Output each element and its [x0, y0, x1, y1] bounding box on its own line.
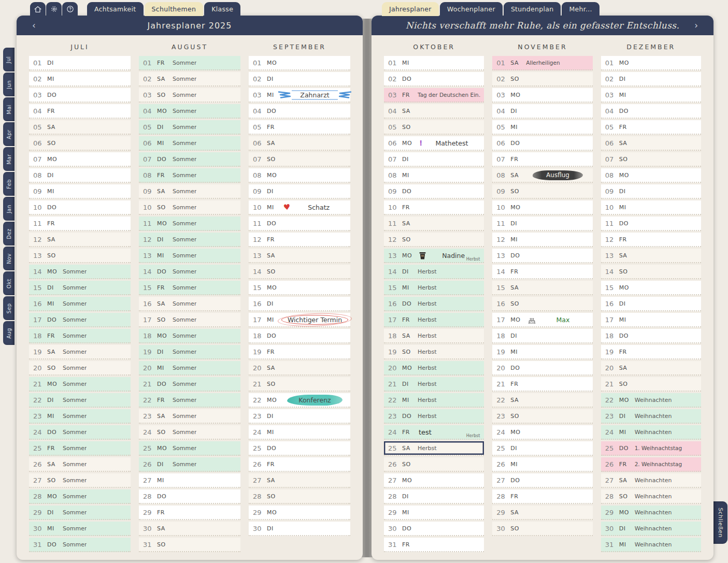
day-row[interactable]: 25DI: [492, 441, 592, 456]
day-row[interactable]: 26FR2. Weihnachtstag: [601, 457, 701, 472]
day-row[interactable]: 05FR: [601, 120, 701, 135]
day-row[interactable]: 05SA: [29, 120, 131, 135]
day-row[interactable]: 06MISommer: [139, 136, 240, 151]
day-row[interactable]: 22MIHerbst: [384, 393, 484, 408]
tab-schulthemen[interactable]: Schulthemen: [145, 2, 204, 16]
day-row[interactable]: 08FRSommer: [139, 168, 240, 183]
day-row[interactable]: 11DO: [249, 216, 350, 231]
day-row[interactable]: 27SOSommer: [29, 473, 131, 488]
day-row[interactable]: 15MIHerbst: [384, 281, 484, 295]
day-row[interactable]: 13MISommer: [139, 249, 240, 263]
day-row[interactable]: 24MIWeihnachten: [601, 425, 701, 440]
day-row[interactable]: 29DISommer: [29, 506, 131, 520]
tab-mehr[interactable]: Mehr...: [562, 2, 599, 16]
home-tab[interactable]: [30, 2, 46, 16]
next-chevron[interactable]: ›: [692, 16, 700, 35]
side-tab-aug[interactable]: Aug: [3, 321, 15, 345]
day-row[interactable]: 03MIZahnarzt: [249, 88, 350, 103]
side-tab-apr[interactable]: Apr: [3, 122, 15, 146]
day-row[interactable]: 20SA: [249, 361, 350, 376]
day-row[interactable]: 12MI: [492, 233, 592, 247]
day-row[interactable]: 12FR: [249, 233, 350, 247]
day-row[interactable]: 23DIWeihnachten: [601, 409, 701, 424]
day-row[interactable]: 13SO: [29, 249, 131, 263]
day-row[interactable]: 22SA: [492, 393, 592, 408]
day-row[interactable]: 14FR: [492, 265, 592, 279]
day-row[interactable]: 08SAAusflug: [492, 168, 592, 183]
day-row[interactable]: 12SO: [384, 233, 484, 247]
side-tab-jul[interactable]: Jul: [3, 48, 15, 71]
day-row[interactable]: 01FRSommer: [139, 56, 240, 70]
day-row[interactable]: 26FR: [249, 457, 350, 472]
day-row[interactable]: 15MO: [249, 281, 350, 295]
day-row[interactable]: 01DI: [29, 56, 131, 70]
day-row[interactable]: 29MI: [384, 506, 484, 520]
day-row[interactable]: 12DISommer: [139, 233, 240, 247]
day-row[interactable]: 24FRtestHerbst: [384, 425, 484, 440]
day-row[interactable]: 26SO: [384, 457, 484, 472]
day-row[interactable]: 16DI: [601, 297, 701, 311]
day-row[interactable]: 09DI: [249, 184, 350, 199]
day-row[interactable]: 14SO: [249, 265, 350, 279]
day-row[interactable]: 03DO: [29, 88, 131, 103]
day-row[interactable]: 18MOSommer: [139, 329, 240, 343]
day-row[interactable]: 10SOSommer: [139, 200, 240, 215]
side-tab-sep[interactable]: Sep: [3, 296, 15, 320]
day-row[interactable]: 02DO: [384, 72, 484, 86]
day-row[interactable]: 09DI: [601, 184, 701, 199]
day-row[interactable]: 23SASommer: [139, 409, 240, 424]
day-row[interactable]: 04SA: [384, 104, 484, 119]
prev-chevron[interactable]: ‹: [30, 16, 38, 35]
day-row[interactable]: 29MOWeihnachten: [601, 506, 701, 520]
day-row[interactable]: 19FR: [249, 345, 350, 359]
day-row[interactable]: 31MIWeihnachten: [601, 538, 701, 552]
day-row[interactable]: 07MO: [29, 152, 131, 167]
side-tab-jun[interactable]: Jun: [3, 73, 15, 96]
day-row[interactable]: 28SOWeihnachten: [601, 489, 701, 504]
day-row[interactable]: 31DOSommer: [29, 538, 131, 552]
tab-stundenplan[interactable]: Stundenplan: [504, 2, 561, 16]
day-row[interactable]: 21DOSommer: [139, 377, 240, 392]
side-tab-mai[interactable]: Mai: [3, 97, 15, 121]
day-row[interactable]: 28MOSommer: [29, 489, 131, 504]
day-row[interactable]: 16SASommer: [139, 297, 240, 311]
day-row[interactable]: 11DO: [601, 216, 701, 231]
day-row[interactable]: 13SA: [601, 249, 701, 263]
day-row[interactable]: 05MI: [492, 120, 592, 135]
day-row[interactable]: 07DOSommer: [139, 152, 240, 167]
day-row[interactable]: 20SA: [601, 361, 701, 376]
tab-klasse[interactable]: Klasse: [204, 2, 240, 16]
day-row[interactable]: 24MO: [492, 425, 592, 440]
day-row[interactable]: 24MI: [249, 425, 350, 440]
day-row[interactable]: 15SA: [492, 281, 592, 295]
day-row[interactable]: 11DI: [492, 216, 592, 231]
day-row[interactable]: 04DO: [249, 104, 350, 119]
tab-achtsamkeit[interactable]: Achtsamkeit: [87, 2, 144, 16]
day-row[interactable]: 30SA: [139, 522, 240, 536]
day-row[interactable]: 22MOKonferenz: [249, 393, 350, 408]
day-row[interactable]: 17MOMax: [492, 313, 592, 327]
day-row[interactable]: 24SOSommer: [139, 425, 240, 440]
day-row[interactable]: 07SO: [249, 152, 350, 167]
day-row[interactable]: 07FR: [492, 152, 592, 167]
day-row[interactable]: 29FR: [139, 506, 240, 520]
day-row[interactable]: 10FR: [384, 200, 484, 215]
day-row[interactable]: 03FRTag der Deutschen Ein...: [384, 88, 484, 103]
day-row[interactable]: 20MISommer: [139, 361, 240, 376]
day-row[interactable]: 13DO: [492, 249, 592, 263]
day-row[interactable]: 28SO: [249, 489, 350, 504]
day-row[interactable]: 16SO: [492, 297, 592, 311]
day-row[interactable]: 04DO: [601, 104, 701, 119]
day-row[interactable]: 16DOHerbst: [384, 297, 484, 311]
day-row[interactable]: 31FR: [384, 538, 484, 552]
day-row[interactable]: 16DI: [249, 297, 350, 311]
day-row[interactable]: 10MI: [601, 200, 701, 215]
day-row[interactable]: 09SASommer: [139, 184, 240, 199]
day-row[interactable]: 18DI: [492, 329, 592, 343]
day-row[interactable]: 04DI: [492, 104, 592, 119]
day-row[interactable]: 18SAHerbst: [384, 329, 484, 343]
settings-tab[interactable]: [46, 2, 62, 16]
day-row[interactable]: 30SO: [492, 522, 592, 536]
day-row[interactable]: 21FR: [492, 377, 592, 392]
day-row[interactable]: 27MO: [384, 473, 484, 488]
